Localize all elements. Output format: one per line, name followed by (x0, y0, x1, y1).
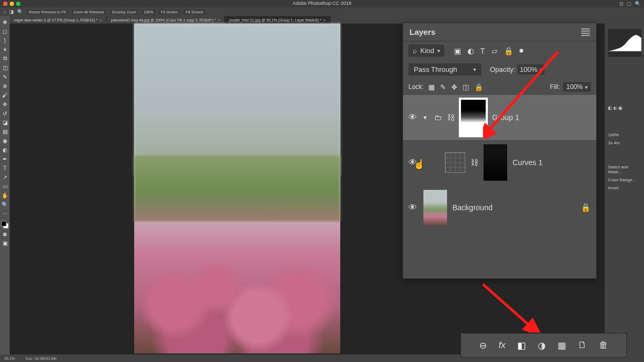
filter-type-icon[interactable]: T (480, 47, 485, 55)
opt-fill[interactable]: Fill Screen (184, 10, 206, 14)
disclosure-icon[interactable]: ▾ (423, 114, 429, 121)
brush-tool-icon[interactable]: 🖌 (1, 91, 9, 99)
filter-adjust-icon[interactable]: ◐ (467, 47, 474, 55)
eyedropper-tool-icon[interactable]: ✎ (1, 73, 9, 80)
opt-resize[interactable]: Resize Windows to Fit (26, 10, 68, 14)
doc-tab-active[interactable]: purple_mist (1).jpg @ 56.1% (Group 1, La… (225, 16, 330, 24)
app-title: Adobe Photoshop CC 2018 (0, 1, 644, 6)
adjustment-layer-icon[interactable]: ◑ (538, 340, 546, 351)
rs-btn[interactable]: Invert (608, 186, 619, 190)
fx-icon[interactable]: fx (499, 340, 506, 351)
screenmode-icon[interactable]: ▣ (1, 239, 9, 247)
lock-transparent-icon[interactable]: ▦ (428, 83, 435, 91)
gradient-tool-icon[interactable]: ▤ (1, 128, 9, 135)
titlebar: Adobe Photoshop CC 2018 ⊟ ▢ 🔍 (0, 0, 644, 8)
path-tool-icon[interactable]: ↗ (1, 173, 9, 181)
opt-zoom-all[interactable]: Zoom All Windows (71, 10, 107, 14)
lock-label: Lock: (408, 83, 424, 91)
blur-tool-icon[interactable]: ◉ (1, 137, 9, 144)
quick-select-tool-icon[interactable]: ✶ (1, 46, 9, 53)
zoom-tool-icon[interactable]: 🔍 (17, 9, 23, 14)
layer-name[interactable]: Group 1 (492, 113, 519, 122)
filter-smart-icon[interactable]: 🔒 (504, 47, 513, 55)
doc-tab[interactable]: panorama1-hwy-4a.jpg @ 100% (Color Fill … (107, 16, 225, 24)
layer-thumb[interactable] (423, 190, 447, 225)
new-layer-icon[interactable]: 🗋 (578, 340, 587, 351)
marquee-tool-icon[interactable]: ◻ (1, 27, 9, 35)
add-mask-icon[interactable]: ◧ (517, 340, 526, 351)
visibility-toggle[interactable]: 👁 (408, 203, 418, 212)
filter-shape-icon[interactable]: ▱ (492, 47, 497, 55)
close-icon[interactable]: × (100, 18, 102, 22)
move-tool-icon[interactable]: ✥ (1, 18, 9, 26)
dodge-tool-icon[interactable]: ◐ (1, 146, 9, 153)
opacity-input[interactable]: 100%▾ (517, 64, 544, 75)
blend-mode-select[interactable]: Pass Through▾ (408, 63, 481, 76)
panel-icon[interactable]: ▢ (627, 1, 632, 6)
zoom-tool-icon[interactable]: 🔍 (1, 201, 9, 208)
opt-100[interactable]: 100% (142, 10, 156, 14)
histogram[interactable] (608, 29, 641, 57)
quickmask-icon[interactable]: ◙ (1, 230, 9, 238)
zoom-level[interactable]: 56.1% (4, 357, 15, 360)
chevron-down-icon: ▾ (473, 67, 476, 72)
color-swatch[interactable] (1, 221, 9, 228)
fill-input[interactable]: 100%▾ (563, 82, 591, 92)
doc-size[interactable]: Doc: 34.9M/53.8M (26, 357, 56, 360)
layer-name[interactable]: Curves 1 (513, 158, 543, 167)
lasso-tool-icon[interactable]: ⟆ (1, 36, 9, 44)
adjustment-thumb[interactable] (445, 152, 465, 173)
layer-row-curves[interactable]: 👁 ⛓ Curves 1 (403, 140, 596, 185)
layer-row-group[interactable]: 👁 ▾ 🗀 ⛓ Group 1 (403, 95, 596, 140)
delete-layer-icon[interactable]: 🗑 (599, 340, 608, 351)
rs-value: 3s 4m (608, 141, 620, 145)
pen-tool-icon[interactable]: ✒ (1, 155, 9, 162)
doc-tab[interactable]: eagle-lake-winter-3 @ 47.5% (Group 1, RG… (10, 16, 107, 24)
workspace-controls[interactable]: ⊟ ▢ 🔍 (619, 1, 641, 6)
lock-icon[interactable]: 🔒 (581, 203, 591, 212)
shape-tool-icon[interactable]: ▭ (1, 182, 9, 190)
history-brush-icon[interactable]: ↺ (1, 109, 9, 117)
layer-mask-thumb[interactable] (460, 99, 487, 136)
opt-fit[interactable]: Fit Screen (159, 10, 180, 14)
filter-toggle[interactable] (519, 49, 523, 53)
lock-position-icon[interactable]: ✥ (451, 83, 457, 91)
layers-bottom-bar: ⊖ fx ◧ ◑ ▦ 🗋 🗑 (460, 333, 627, 358)
rs-value: 100% (608, 132, 619, 137)
close-icon[interactable]: × (324, 18, 326, 22)
rs-btn[interactable]: Color Range... (608, 178, 636, 182)
new-group-icon[interactable]: ▦ (558, 340, 566, 351)
panel-icons[interactable]: ◧ ◐ ▣ (605, 104, 644, 112)
opt-scrubby[interactable]: Scrubby Zoom (109, 10, 138, 14)
layer-name[interactable]: Background (452, 203, 493, 212)
link-layers-icon[interactable]: ⊖ (479, 340, 487, 351)
healing-tool-icon[interactable]: ⊕ (1, 82, 9, 90)
home-icon[interactable]: ⌂ (3, 9, 6, 14)
layer-filter-kind[interactable]: ⌕ Kind ▾ (408, 45, 444, 57)
close-icon[interactable]: × (218, 18, 220, 22)
link-icon[interactable]: ⛓ (447, 113, 455, 122)
edit-toolbar-icon[interactable]: ⋯ (1, 210, 9, 217)
hand-tool-icon[interactable]: ✋ (1, 191, 9, 199)
search-icon[interactable]: 🔍 (635, 1, 641, 6)
filter-pixel-icon[interactable]: ▣ (454, 47, 461, 55)
link-icon[interactable]: ⛓ (471, 158, 478, 167)
layer-mask-thumb[interactable] (484, 144, 507, 181)
frame-tool-icon[interactable]: ◫ (1, 64, 9, 71)
crop-tool-icon[interactable]: ⧉ (1, 55, 9, 62)
rs-btn[interactable]: Select and Mask... (608, 165, 641, 174)
document-canvas[interactable] (134, 24, 340, 353)
type-tool-icon[interactable]: T (1, 164, 9, 172)
chevron-down-icon: ▾ (437, 48, 440, 54)
lock-pixels-icon[interactable]: ✎ (440, 83, 446, 91)
layer-row-background[interactable]: 👁 Background 🔒 (403, 185, 596, 230)
lock-artboard-icon[interactable]: ◫ (463, 83, 469, 91)
stamp-tool-icon[interactable]: ✜ (1, 100, 9, 108)
panel-menu-icon[interactable] (581, 28, 590, 36)
right-panels: ◧ ◐ ▣ 100% 3s 4m Select and Mask... Colo… (604, 24, 644, 354)
eraser-tool-icon[interactable]: ◪ (1, 119, 9, 126)
lock-all-icon[interactable]: 🔒 (474, 83, 483, 91)
minimize-icon[interactable]: ⊟ (619, 1, 624, 6)
visibility-toggle[interactable]: 👁 (408, 113, 418, 122)
arrange-icon[interactable]: ◨ (9, 9, 14, 14)
